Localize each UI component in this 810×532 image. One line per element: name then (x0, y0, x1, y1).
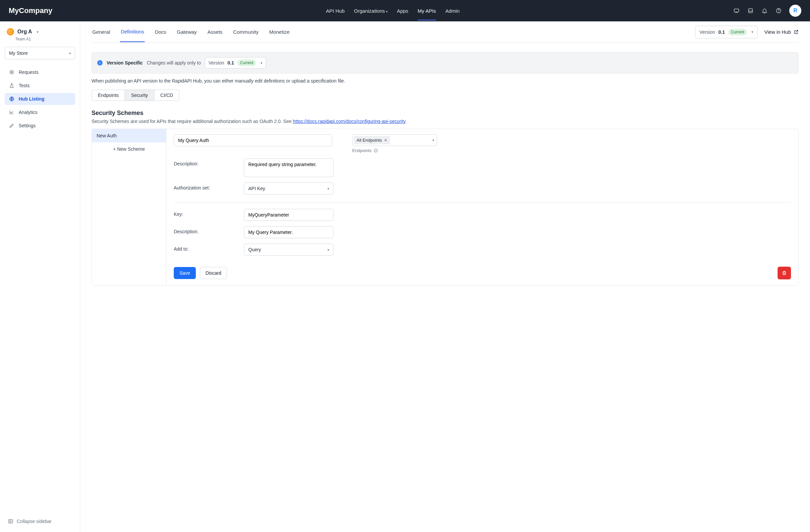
docs-link[interactable]: https://docs.rapidapi.com/docs/configuri… (293, 119, 406, 124)
discard-button[interactable]: Discard (200, 267, 227, 279)
team-name: Team A1 (15, 37, 75, 42)
sidebar-item-analytics[interactable]: Analytics (5, 106, 75, 118)
info-icon[interactable] (374, 148, 378, 153)
section-desc-prefix: Security Schemes are used for APIs that … (92, 119, 293, 124)
brand-logo[interactable]: MyCompany (9, 6, 52, 15)
nav-organizations[interactable]: Organizations (354, 8, 387, 14)
chat-icon[interactable] (733, 7, 740, 14)
nav-api-hub[interactable]: API Hub (326, 8, 344, 14)
delete-button[interactable] (778, 267, 791, 279)
org-name: Org A (17, 29, 32, 35)
chevron-down-icon: ▾ (69, 51, 71, 55)
notice-version-selector[interactable]: Version 0.1 Current ▾ (205, 57, 266, 68)
nav-my-apis[interactable]: My APIs (418, 8, 436, 20)
endpoints-meta: Endpoints (352, 148, 437, 153)
chevron-down-icon: ▾ (261, 61, 262, 65)
key-description-input[interactable] (244, 226, 334, 238)
store-name: My Store (9, 50, 28, 56)
sidebar-item-label: Requests (19, 69, 38, 75)
nav-apps[interactable]: Apps (397, 8, 408, 14)
help-icon[interactable] (775, 7, 782, 14)
select-value: API Key (248, 186, 265, 191)
subtab-endpoints[interactable]: Endpoints (92, 90, 125, 101)
security-panel: New Auth + New Scheme All Endpoints ✕ ▾ (92, 129, 799, 286)
collapse-sidebar[interactable]: Collapse sidebar (5, 516, 75, 527)
top-icons: R (733, 5, 801, 17)
view-in-hub-link[interactable]: View in Hub (764, 29, 799, 35)
save-button[interactable]: Save (174, 267, 196, 279)
subtab-cicd[interactable]: CI/CD (155, 90, 179, 101)
chevron-down-icon: ▾ (327, 187, 329, 191)
subtab-security[interactable]: Security (125, 90, 155, 101)
tab-assets[interactable]: Assets (207, 22, 223, 42)
version-pill: Current (728, 29, 747, 35)
version-notice: i Version Specific Changes will apply on… (92, 52, 799, 74)
sidebar: ⬚ Org A ▾ Team A1 My Store ▾ Requests Te… (0, 21, 80, 532)
key-label: Key: (174, 209, 237, 217)
addto-label: Add to: (174, 244, 237, 252)
scheme-form: All Endpoints ✕ ▾ Endpoints Description: (166, 129, 798, 285)
key-input[interactable] (244, 209, 334, 221)
endpoints-multiselect[interactable]: All Endpoints ✕ ▾ (352, 134, 437, 146)
svg-point-4 (11, 71, 12, 73)
tab-community[interactable]: Community (232, 22, 259, 42)
authorization-select[interactable]: API Key ▾ (244, 182, 334, 194)
version-pill: Current (237, 60, 256, 66)
publish-note: When publishing an API version to the Ra… (92, 78, 799, 83)
svg-rect-0 (734, 9, 739, 12)
chevron-down-icon: ▾ (37, 30, 38, 34)
chart-icon (9, 109, 15, 115)
remove-tag-icon[interactable]: ✕ (384, 138, 387, 143)
tag-label: All Endpoints (357, 138, 382, 143)
tab-general[interactable]: General (92, 22, 111, 42)
desc-label: Description: (174, 158, 237, 166)
select-value: Query (248, 247, 261, 252)
svg-rect-6 (9, 520, 13, 523)
notice-title: Version Specific (107, 60, 143, 65)
top-nav: API Hub Organizations Apps My APIs Admin (326, 8, 459, 14)
version-label: Version (209, 60, 224, 65)
sidebar-item-requests[interactable]: Requests (5, 66, 75, 78)
external-link-icon (794, 29, 799, 34)
sidebar-item-hub-listing[interactable]: Hub Listing (5, 93, 75, 105)
nav-admin[interactable]: Admin (446, 8, 460, 14)
globe-icon (9, 96, 15, 102)
addto-select[interactable]: Query ▾ (244, 244, 334, 256)
tab-definitions[interactable]: Definitions (120, 22, 145, 42)
scheme-list: New Auth + New Scheme (92, 129, 166, 285)
org-selector[interactable]: ⬚ Org A ▾ (5, 28, 75, 37)
sidebar-item-settings[interactable]: Settings (5, 119, 75, 132)
bell-icon[interactable] (761, 7, 768, 14)
pencil-icon (9, 123, 15, 129)
collapse-icon (8, 519, 13, 524)
info-icon: i (97, 60, 102, 65)
target-icon (9, 69, 15, 75)
org-badge-icon: ⬚ (7, 28, 14, 35)
sidebar-item-tests[interactable]: Tests (5, 80, 75, 92)
topbar: MyCompany API Hub Organizations Apps My … (0, 0, 810, 21)
tab-docs[interactable]: Docs (154, 22, 167, 42)
add-scheme-button[interactable]: + New Scheme (92, 142, 166, 156)
inbox-icon[interactable] (747, 7, 754, 14)
section-desc: Security Schemes are used for APIs that … (92, 119, 799, 124)
description-textarea[interactable] (244, 158, 334, 177)
auth-label: Authorization set: (174, 182, 237, 191)
section-title: Security Schemes (92, 110, 799, 117)
sidebar-item-label: Tests (19, 83, 30, 88)
definition-subtabs: Endpoints Security CI/CD (92, 90, 179, 101)
store-selector[interactable]: My Store ▾ (5, 47, 75, 60)
flask-icon (9, 83, 15, 88)
sidebar-item-label: Analytics (19, 110, 37, 115)
chevron-down-icon: ▾ (327, 248, 329, 252)
scheme-item[interactable]: New Auth (92, 129, 166, 142)
avatar[interactable]: R (789, 5, 801, 17)
version-number: 0.1 (718, 29, 725, 35)
version-number: 0.1 (228, 60, 234, 65)
version-selector[interactable]: Version 0.1 Current ▾ (695, 26, 758, 38)
tab-monetize[interactable]: Monetize (269, 22, 290, 42)
tab-gateway[interactable]: Gateway (176, 22, 197, 42)
scheme-name-input[interactable] (174, 134, 332, 146)
notice-text: Changes will apply only to (147, 60, 201, 65)
sidebar-item-label: Settings (19, 123, 36, 128)
collapse-label: Collapse sidebar (17, 519, 51, 524)
